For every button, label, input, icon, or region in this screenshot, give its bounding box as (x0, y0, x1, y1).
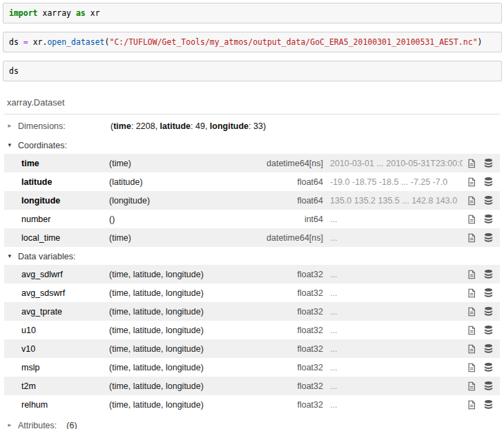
database-icon[interactable] (481, 306, 496, 317)
code-token: xarray (38, 8, 76, 18)
file-text-icon[interactable] (463, 195, 481, 206)
database-icon[interactable] (481, 232, 496, 243)
code-token: open_dataset (47, 37, 104, 47)
database-icon[interactable] (481, 362, 496, 373)
file-text-icon[interactable] (463, 325, 481, 336)
table-row: u10 (time, latitude, longitude) float32 … (4, 321, 500, 339)
coordinates-list: time (time) datetime64[ns] 2010-03-01 ..… (4, 154, 500, 247)
file-text-icon[interactable] (463, 158, 481, 169)
code-token: import (9, 8, 38, 18)
var-preview: ... (323, 344, 463, 354)
table-row: latitude (latitude) float64 -19.0 -18.75… (4, 172, 500, 191)
file-text-icon[interactable] (463, 399, 481, 410)
var-dims: (time, latitude, longitude) (109, 288, 213, 298)
file-text-icon[interactable] (463, 306, 481, 317)
file-text-icon[interactable] (463, 343, 481, 355)
database-icon[interactable] (481, 269, 496, 280)
var-dims: (time, latitude, longitude) (109, 270, 213, 279)
table-row: time (time) datetime64[ns] 2010-03-01 ..… (4, 154, 500, 172)
table-row: avg_tprate (time, latitude, longitude) f… (4, 302, 500, 321)
var-preview: -19.0 -18.75 -18.5 ... -7.25 -7.0 (323, 177, 463, 187)
var-dims: () (109, 214, 213, 224)
var-name: mslp (21, 363, 109, 372)
var-dims: (time, latitude, longitude) (109, 363, 213, 372)
database-icon[interactable] (481, 343, 496, 355)
coordinates-toggle[interactable]: ▼ Coordinates: (4, 136, 500, 154)
var-dtype: float32 (213, 363, 323, 372)
table-row: avg_sdswrf (time, latitude, longitude) f… (4, 283, 500, 302)
var-preview: ... (323, 363, 463, 372)
var-dims: (longitude) (109, 196, 213, 206)
code-cell-ds[interactable]: ds (3, 61, 502, 81)
file-text-icon[interactable] (463, 269, 481, 280)
var-dims: (time, latitude, longitude) (109, 400, 213, 410)
var-name: v10 (21, 344, 109, 354)
var-preview: ... (323, 326, 463, 335)
table-row: mslp (time, latitude, longitude) float32… (4, 358, 500, 377)
dimensions-section: ► Dimensions: (time: 2208, latitude: 49,… (4, 114, 500, 136)
attributes-label: Attributes: (18, 421, 57, 429)
var-preview: ... (323, 288, 463, 298)
file-text-icon[interactable] (463, 214, 481, 225)
data-variables-list: avg_sdlwrf (time, latitude, longitude) f… (4, 265, 500, 414)
database-icon[interactable] (481, 399, 496, 410)
dimensions-toggle[interactable]: ► Dimensions: (7, 121, 110, 131)
var-dtype: float32 (213, 307, 323, 317)
var-dtype: float64 (213, 196, 323, 206)
file-text-icon[interactable] (463, 232, 481, 243)
var-dtype: float32 (213, 400, 323, 410)
data-variables-toggle[interactable]: ▼ Data variables: (4, 247, 500, 265)
code-token: = (23, 37, 28, 47)
var-name: avg_sdswrf (21, 288, 109, 298)
var-name: t2m (21, 381, 109, 391)
chevron-right-icon: ► (7, 123, 14, 129)
database-icon[interactable] (481, 158, 496, 169)
code-token: xr. (28, 37, 48, 47)
file-text-icon[interactable] (463, 177, 481, 188)
var-name: avg_sdlwrf (21, 270, 109, 279)
var-dtype: float32 (213, 288, 323, 298)
var-dtype: float64 (213, 177, 323, 187)
dataset-type-label: xarray.Dataset (4, 90, 500, 114)
var-preview: ... (323, 381, 463, 391)
code-token: ds (9, 66, 19, 76)
var-name: local_time (21, 233, 109, 243)
var-name: longitude (21, 196, 109, 206)
var-dims: (time) (109, 159, 213, 168)
xarray-dataset-repr: xarray.Dataset ► Dimensions: (time: 2208… (0, 90, 504, 429)
code-token: ) (478, 37, 483, 47)
chevron-down-icon: ▼ (7, 254, 14, 259)
database-icon[interactable] (481, 288, 496, 299)
var-dtype: float32 (213, 381, 323, 391)
var-name: time (21, 159, 109, 168)
data-variables-label: Data variables: (18, 252, 75, 261)
var-dtype: float32 (213, 270, 323, 279)
file-text-icon[interactable] (463, 381, 481, 392)
var-preview: ... (323, 307, 463, 317)
var-dtype: datetime64[ns] (213, 159, 323, 168)
var-name: relhum (21, 400, 109, 410)
var-dims: (time, latitude, longitude) (109, 381, 213, 391)
file-text-icon[interactable] (463, 288, 481, 299)
var-preview: ... (323, 270, 463, 279)
database-icon[interactable] (481, 195, 496, 206)
var-dtype: int64 (213, 214, 323, 224)
coordinates-label: Coordinates: (18, 141, 67, 150)
code-cell-open-dataset[interactable]: ds = xr.open_dataset("C:/TUFLOW/Get_Tool… (3, 32, 502, 52)
table-row: local_time (time) datetime64[ns] ... (4, 228, 500, 247)
database-icon[interactable] (481, 177, 496, 188)
database-icon[interactable] (481, 214, 496, 225)
var-name: number (21, 214, 109, 224)
database-icon[interactable] (481, 325, 496, 336)
table-row: relhum (time, latitude, longitude) float… (4, 395, 500, 414)
attributes-toggle[interactable]: ► Attributes: (6) (4, 414, 500, 429)
var-dims: (time, latitude, longitude) (109, 326, 213, 335)
file-text-icon[interactable] (463, 362, 481, 373)
chevron-right-icon: ► (7, 423, 14, 428)
code-cell-import[interactable]: import xarray as xr (3, 3, 502, 23)
database-icon[interactable] (481, 381, 496, 392)
var-dtype: float32 (213, 326, 323, 335)
var-preview: ... (323, 400, 463, 410)
var-dtype: datetime64[ns] (213, 233, 323, 243)
code-token: "C:/TUFLOW/Get_Tools/my_atmos/output_dat… (109, 37, 477, 47)
